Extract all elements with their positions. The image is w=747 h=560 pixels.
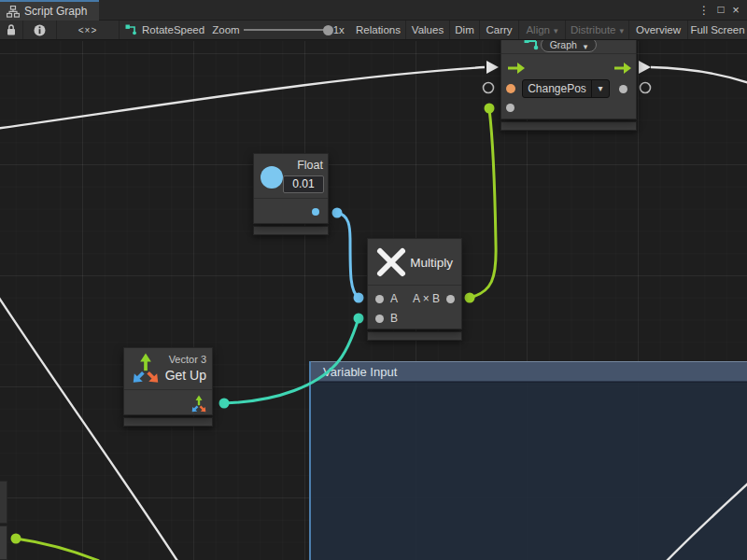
multiply-footer xyxy=(367,331,462,341)
toolbar-button-dim[interactable]: Dim xyxy=(450,21,480,39)
port-multiply-a[interactable] xyxy=(375,295,384,303)
float-footer xyxy=(253,226,329,235)
tab-title: Script Graph xyxy=(24,5,87,18)
port-multiply-result[interactable] xyxy=(446,295,455,303)
port-multiply-b[interactable] xyxy=(375,315,384,323)
zoom-slider-handle[interactable] xyxy=(323,25,333,35)
variable-select-dropdown[interactable]: ChangePos ▾ xyxy=(522,79,610,98)
toolbar-button-full-screen[interactable]: Full Screen xyxy=(688,21,747,39)
vector3-type-label: Vector 3 xyxy=(169,354,206,365)
toolbar-button-align[interactable]: Align ▾ xyxy=(519,21,566,39)
chevron-down-icon: ▾ xyxy=(591,80,609,97)
node-float[interactable]: Float 0.01 xyxy=(253,153,329,235)
toolbar-button-distribute[interactable]: Distribute ▾ xyxy=(566,21,629,39)
group-title: Variable Input xyxy=(323,365,397,379)
multiply-header: Multiply xyxy=(368,239,461,286)
float-type-icon xyxy=(261,166,283,189)
graph-unit-footer xyxy=(500,121,637,131)
group-body[interactable] xyxy=(311,382,747,560)
float-header: Float 0.01 xyxy=(254,154,328,199)
toolbar-button-values[interactable]: Values xyxy=(406,21,450,39)
group-variable-input[interactable]: Variable Input xyxy=(309,361,747,560)
node-multiply[interactable]: Multiply A A × B B xyxy=(367,238,462,341)
float-type-label: Float xyxy=(297,159,323,172)
group-title-bar[interactable]: Variable Input xyxy=(311,361,747,382)
info-icon xyxy=(34,24,46,36)
chevron-down-icon: ▾ xyxy=(620,26,625,35)
zoom-value: 1x xyxy=(333,24,345,35)
chevron-down-icon: ▾ xyxy=(554,26,558,35)
script-graph-window: Variable Input xyxy=(0,0,747,560)
zoom-slider[interactable] xyxy=(244,29,330,31)
window-maximize-icon[interactable]: □ xyxy=(713,0,728,21)
graph-reference[interactable]: RotateSpeed xyxy=(120,21,205,39)
port-label-b: B xyxy=(390,312,398,325)
window-menu-icon[interactable]: ⋮ xyxy=(697,0,712,21)
node-vector3-get-up[interactable]: Vector 3 Get Up xyxy=(123,347,213,427)
value-toggle-icon: <×> xyxy=(78,25,98,35)
node-clipped-left-edge[interactable] xyxy=(0,481,7,560)
window-chrome: Script Graph ⋮ □ × <×> xyxy=(0,0,747,41)
multiply-icon xyxy=(375,246,407,278)
chevron-down-icon: ▾ xyxy=(584,42,588,51)
port-label-result: A × B xyxy=(413,292,440,305)
port-graph-right[interactable] xyxy=(619,85,627,93)
info-button[interactable] xyxy=(23,21,57,39)
tab-script-graph[interactable]: Script Graph xyxy=(0,0,99,21)
vector3-header: Vector 3 Get Up xyxy=(124,348,212,390)
multiply-title: Multiply xyxy=(410,256,453,270)
toolbar-button-relations[interactable]: Relations xyxy=(351,21,406,39)
zoom-label: Zoom xyxy=(212,24,239,35)
port-variable-name[interactable] xyxy=(506,84,515,93)
lock-button[interactable] xyxy=(0,21,23,39)
graph-icon xyxy=(125,24,137,35)
graph-reference-label: RotateSpeed xyxy=(142,24,204,35)
toolbar-button-overview[interactable]: Overview xyxy=(629,21,688,39)
vector3-title: Get Up xyxy=(165,368,206,383)
flow-output-arrow-icon[interactable] xyxy=(614,63,631,74)
node-graph-unit[interactable]: Graph ▾ ChangePos ▾ xyxy=(500,34,637,131)
value-toggle-button[interactable]: <×> xyxy=(57,21,120,39)
hierarchy-icon xyxy=(7,6,20,18)
toolbar: <×> RotateSpeed Zoom 1x Relations xyxy=(0,21,747,40)
port-graph-row3[interactable] xyxy=(506,104,514,112)
float-value-input[interactable]: 0.01 xyxy=(283,175,324,193)
flow-input-arrow-icon[interactable] xyxy=(508,63,525,74)
port-label-a: A xyxy=(390,292,398,305)
window-close-icon[interactable]: × xyxy=(728,0,743,21)
lock-icon xyxy=(7,24,16,35)
vector3-footer xyxy=(123,417,213,427)
toolbar-button-carry[interactable]: Carry xyxy=(480,21,519,39)
port-vector-output-icon[interactable] xyxy=(190,395,207,413)
vector3-axes-icon xyxy=(132,352,160,385)
tab-bar: Script Graph ⋮ □ × xyxy=(0,0,747,21)
zoom-control: Zoom 1x xyxy=(205,21,351,39)
port-float-output[interactable] xyxy=(312,208,319,216)
